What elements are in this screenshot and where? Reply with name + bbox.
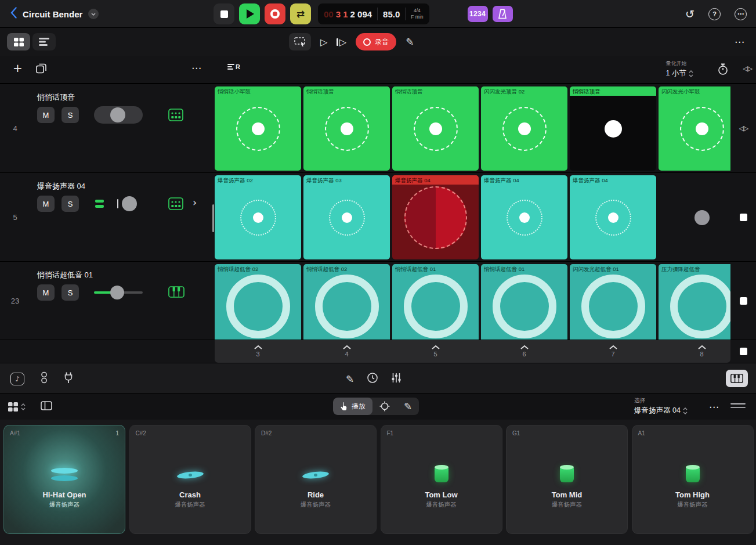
play-button[interactable] <box>239 3 260 24</box>
stepper-chevrons-icon <box>21 403 26 410</box>
editor-pencil-button[interactable]: ✎ <box>346 373 354 385</box>
row-stop-button[interactable] <box>740 214 747 221</box>
mixer-faders-button[interactable] <box>391 373 401 385</box>
controls-button[interactable] <box>38 371 50 386</box>
drum-pad[interactable]: G1 Tom Mid 爆音扬声器 <box>506 425 628 534</box>
loop-cell[interactable]: 悄悄话小军鼓 <box>215 86 301 171</box>
tracks-view-button[interactable] <box>32 33 56 50</box>
lcd-display[interactable]: 00 3 1 2 094 85.0 4/4 F min <box>318 3 429 24</box>
stop-all-button[interactable] <box>740 348 747 355</box>
undo-button[interactable]: ↺ <box>685 8 694 20</box>
edit-mode-button[interactable]: ✎ <box>397 398 419 415</box>
play-mode-button[interactable]: 播放 <box>333 398 372 415</box>
drum-machine-icon[interactable] <box>168 197 183 212</box>
add-track-button[interactable]: + <box>13 61 23 75</box>
drum-machine-icon[interactable] <box>168 109 183 124</box>
loop-waveform-icon <box>570 175 656 259</box>
loop-cell[interactable]: 悄悄话超低音 01 <box>392 264 479 340</box>
scene-trigger[interactable]: 8 <box>659 340 730 363</box>
drum-pad[interactable]: A#1 1 Hi-Hat Open 爆音扬声器 <box>3 425 125 534</box>
project-menu-button[interactable] <box>88 9 99 19</box>
live-loops-grid-button[interactable] <box>7 33 30 50</box>
pad-layout-selector[interactable] <box>8 402 26 412</box>
loop-cell[interactable]: 爆音扬声器 04 <box>481 175 567 259</box>
loop-cell[interactable]: 闪闪发光小军鼓 <box>659 86 730 171</box>
more-options-button[interactable]: ⋯ <box>735 8 747 20</box>
h-divider-button[interactable]: ◁▷ <box>739 124 747 132</box>
track-header[interactable]: 悄悄话顶音 M S <box>30 84 215 172</box>
mute-button[interactable]: M <box>37 107 55 123</box>
pad-subtitle: 爆音扬声器 <box>4 501 125 509</box>
expand-track-button[interactable]: › <box>193 196 197 208</box>
loop-cell[interactable]: 悄悄话顶音 <box>570 86 656 171</box>
stopwatch-icon <box>718 63 728 75</box>
loop-cell[interactable]: 爆音扬声器 04 <box>570 175 656 259</box>
volume-knob[interactable] <box>94 106 143 124</box>
metronome-button[interactable] <box>493 6 513 22</box>
mute-button[interactable]: M <box>37 196 55 212</box>
loop-cell[interactable]: 悄悄话顶音 <box>303 86 390 171</box>
loop-cell-recording[interactable]: 爆音扬声器 04 <box>392 175 479 259</box>
timer-button[interactable] <box>718 63 728 78</box>
scene-row-button[interactable]: R <box>227 63 240 70</box>
mute-button[interactable]: M <box>37 284 55 301</box>
solo-button[interactable]: S <box>62 196 79 212</box>
editor-toolbar: ♪ ✎ <box>0 363 756 394</box>
back-button[interactable] <box>10 7 17 21</box>
move-mode-button[interactable] <box>372 398 397 415</box>
keyboard-view-button[interactable] <box>726 370 748 387</box>
track-header[interactable]: 爆音扬声器 04 M S › <box>30 173 215 261</box>
loop-waveform-icon <box>481 264 567 340</box>
solo-button[interactable]: S <box>62 284 79 301</box>
scroll-indicator[interactable] <box>212 204 214 232</box>
scene-trigger[interactable]: 7 <box>570 340 656 363</box>
row-stop-button[interactable] <box>740 297 747 305</box>
scene-trigger[interactable]: 4 <box>303 340 390 363</box>
grid-divider-button[interactable]: ◁▷ <box>743 64 751 73</box>
loop-cell[interactable]: 闪闪发光超低音 01 <box>570 264 656 340</box>
solo-button[interactable]: S <box>62 107 79 123</box>
drum-pad[interactable]: F1 Tom Low 爆音扬声器 <box>381 425 502 534</box>
scene-trigger[interactable]: 5 <box>392 340 479 363</box>
stop-button[interactable] <box>214 3 234 24</box>
drum-pad[interactable]: D#2 Ride 爆音扬声器 <box>255 425 377 534</box>
loop-cell[interactable]: 悄悄话超低音 02 <box>215 264 301 340</box>
loop-cell[interactable]: 悄悄话超低音 02 <box>303 264 390 340</box>
record-enable-button[interactable]: 录音 <box>356 33 396 50</box>
selection-control[interactable]: 选择 爆音扬声器 04 <box>634 397 688 416</box>
duplicate-button[interactable] <box>36 63 46 76</box>
loop-cell[interactable]: 悄悄话超低音 01 <box>481 264 567 340</box>
drum-pad[interactable]: C#2 Crash 爆音扬声器 <box>129 425 251 534</box>
loop-cell[interactable]: 爆音扬声器 03 <box>303 175 390 259</box>
level-meter-knob[interactable] <box>92 195 142 212</box>
scene-trigger[interactable]: 3 <box>215 340 301 363</box>
help-button[interactable]: ? <box>708 8 721 20</box>
volume-slider[interactable] <box>94 284 143 301</box>
edit-pencil-button[interactable]: ✎ <box>406 36 414 48</box>
track-header[interactable]: 悄悄话超低音 01 M S <box>30 262 215 340</box>
play-from-selection-button[interactable]: ▷ <box>320 37 327 48</box>
track-area-more-button[interactable]: ⋯ <box>191 62 201 74</box>
loop-cell[interactable]: 爆音扬声器 02 <box>215 175 301 259</box>
retime-clock-button[interactable] <box>367 372 378 386</box>
keyboard-instrument-icon[interactable] <box>168 286 185 300</box>
pads-more-button[interactable]: ⋯ <box>709 401 719 413</box>
scene-trigger[interactable]: 6 <box>481 340 567 363</box>
quantize-start-control[interactable]: 量化开始 1 小节 <box>666 60 693 78</box>
panel-drag-handle[interactable] <box>730 403 746 408</box>
drum-pad[interactable]: A1 Tom High 爆音扬声器 <box>632 425 754 534</box>
loop-cell[interactable]: 压力骤降超低音 <box>659 264 730 340</box>
count-in-button[interactable]: 1234 <box>468 6 488 22</box>
record-button[interactable] <box>265 3 285 24</box>
plugins-button[interactable] <box>64 372 73 386</box>
loop-cell[interactable]: 闪闪发光顶音 02 <box>481 86 567 171</box>
meter-bar <box>95 205 104 208</box>
loop-cell[interactable]: 悄悄话顶音 <box>392 86 479 171</box>
play-from-marker-button[interactable]: ▷ <box>337 37 346 48</box>
empty-cell[interactable] <box>659 175 730 259</box>
toolbar-more-button[interactable]: ⋯ <box>735 36 744 48</box>
loop-browser-button[interactable]: ♪ <box>10 373 24 385</box>
marquee-tool-button[interactable] <box>289 33 311 50</box>
sidebar-toggle-button[interactable] <box>41 401 52 413</box>
cycle-button[interactable]: ⇄ <box>290 3 311 24</box>
